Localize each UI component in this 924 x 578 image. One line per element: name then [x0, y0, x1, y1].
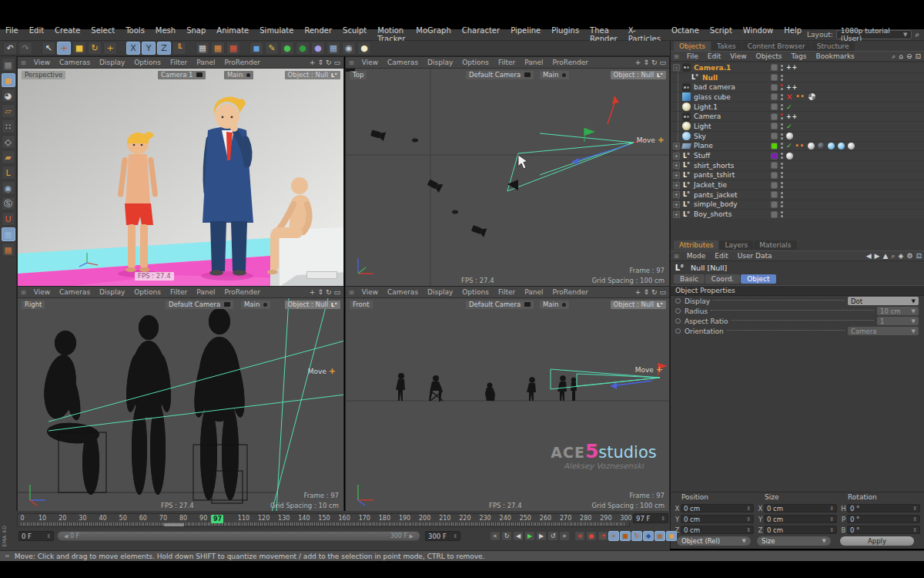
viewport-menu-item[interactable]: Display	[95, 288, 129, 296]
object-tree-item[interactable]: +L°shirt_shorts	[671, 161, 924, 171]
layer-chip[interactable]	[771, 191, 778, 198]
viewport-menu-item[interactable]: Cameras	[55, 59, 95, 66]
coord-system-icon[interactable]: ╙	[172, 42, 186, 55]
add-spline-icon[interactable]: ✎	[265, 42, 279, 55]
viewport-menu-item[interactable]: ProRender	[220, 59, 265, 66]
visibility-dots-icon[interactable]	[781, 192, 783, 198]
viewport-menu-item[interactable]: Panel	[520, 59, 547, 66]
object-tree-item[interactable]: bad camera+ +	[671, 82, 924, 92]
toggle-view-icon[interactable]: ▭	[659, 288, 666, 296]
object-manager-menu-item[interactable]: Bookmarks	[812, 52, 859, 60]
live-selection-icon[interactable]: ↖	[42, 42, 55, 55]
main-chip[interactable]: Main	[224, 71, 253, 79]
key-parameter-icon[interactable]: ◆	[643, 531, 654, 541]
viewport-menu-item[interactable]: View	[29, 59, 55, 66]
object-tree-item[interactable]: -Camera.1+ +	[671, 63, 924, 73]
layout-select[interactable]: 1080p tutorial (User) ▼	[836, 30, 912, 39]
object-tree-item[interactable]: +L°pants_jacket	[671, 190, 924, 200]
layer-chip[interactable]	[771, 103, 778, 110]
viewport-menu-item[interactable]: Filter	[166, 288, 192, 296]
render-settings-icon[interactable]: ▦	[226, 42, 240, 55]
expander-icon[interactable]: +	[673, 182, 680, 189]
apply-button[interactable]: Apply	[840, 536, 914, 546]
rotate-view-icon[interactable]: ↻	[326, 59, 332, 66]
workplane-mode-icon[interactable]: ▱	[2, 104, 15, 118]
viewport-name-chip[interactable]: Top	[350, 71, 367, 79]
viewport-right[interactable]: ⊞ ViewCamerasDisplayOptionsFilterPanelPr…	[17, 286, 344, 511]
play-reverse-icon[interactable]: ↻	[501, 531, 512, 541]
render-picture-viewer-icon[interactable]: ▦	[211, 42, 225, 55]
viewport-menu-item[interactable]: View	[29, 288, 55, 296]
viewport-name-chip[interactable]: Front	[350, 301, 373, 309]
object-manager-menu-item[interactable]: Objects	[752, 52, 787, 60]
object-tree-item[interactable]: +L°Boy_shorts	[671, 210, 924, 220]
object-tree-item[interactable]: +Plane✓••	[671, 142, 924, 152]
playhead[interactable]: 97	[211, 515, 223, 523]
material-tag-icon[interactable]	[808, 143, 815, 150]
visibility-dots-icon[interactable]	[781, 201, 783, 207]
layer-chip[interactable]	[771, 93, 778, 100]
add-mograph-icon[interactable]: ●	[296, 42, 310, 55]
material-tag-icon[interactable]	[786, 133, 793, 139]
expander-icon[interactable]: +	[673, 162, 680, 169]
add-deformer-icon[interactable]: ●	[311, 42, 325, 55]
expander-icon[interactable]: +	[673, 211, 680, 218]
enabled-check-icon[interactable]: ✓	[786, 103, 792, 111]
object-chip[interactable]: Object : NullL°	[285, 301, 340, 309]
expander-icon[interactable]: +	[673, 153, 680, 160]
lock-y-axis-icon[interactable]: Y	[142, 42, 156, 55]
viewport-menu-item[interactable]: Options	[457, 59, 494, 66]
axis-mode-icon[interactable]: L	[2, 166, 15, 180]
add-environment-icon[interactable]: ▦	[326, 42, 340, 55]
move-handle[interactable]: Move+	[637, 135, 665, 145]
section-tab[interactable]: Coord.	[705, 274, 740, 284]
viewport-menu-item[interactable]: ProRender	[220, 288, 265, 296]
add-light-icon[interactable]: ●	[357, 42, 371, 55]
visibility-dots-icon[interactable]	[781, 65, 783, 71]
viewport-menu-item[interactable]: Cameras	[55, 288, 95, 296]
move-handle[interactable]: Move+	[635, 365, 663, 375]
tab[interactable]: Content Browser	[742, 42, 811, 51]
rotation-field[interactable]: 0 °⇕	[847, 504, 920, 512]
object-tree-item[interactable]: +L°Stuff	[671, 151, 924, 161]
pan-view-icon[interactable]: +	[310, 288, 316, 296]
material-tag-icon[interactable]	[818, 143, 825, 150]
zoom-view-icon[interactable]: ⇕	[643, 59, 649, 66]
grid-handle-icon[interactable]: ⊞	[349, 289, 354, 296]
perspective-scene[interactable]: Perspective Camera 1 Main Object : NullL…	[18, 69, 343, 287]
material-tag-icon[interactable]	[838, 143, 845, 150]
record-objects-icon[interactable]: ⊗	[574, 531, 585, 541]
position-field[interactable]: 0 cm⇕	[681, 526, 754, 534]
right-scene[interactable]: #wirefigs{fill:#141414;} Right Default C…	[18, 298, 343, 512]
preview-range-slider[interactable]: ◀ 0 F 300 F ▶	[57, 531, 420, 541]
search-icon[interactable]: ⌕	[915, 30, 919, 39]
grid-handle-icon[interactable]: ⊞	[349, 59, 354, 66]
animation-dot-icon[interactable]	[675, 328, 681, 334]
polygons-mode-icon[interactable]: ▰	[2, 150, 15, 164]
layer-chip[interactable]	[771, 201, 778, 208]
object-tree-item[interactable]: +L°pants_tshirt	[671, 171, 924, 181]
add-camera-icon[interactable]: ◉	[342, 42, 356, 55]
goto-start-icon[interactable]: «	[490, 531, 500, 541]
object-tree-item[interactable]: Camera+ +	[671, 112, 924, 122]
disabled-x-icon[interactable]: ×	[786, 92, 792, 101]
panel-icon[interactable]: ⊡	[915, 52, 921, 61]
viewport-menu-item[interactable]: Options	[129, 288, 166, 296]
add-generator-icon[interactable]: ●	[280, 42, 294, 55]
rotate-view-icon[interactable]: ↻	[326, 288, 332, 296]
gear-icon[interactable]: ⚙	[906, 252, 912, 260]
position-field[interactable]: 0 cm⇕	[681, 515, 754, 523]
object-manager-menu-item[interactable]: View	[725, 52, 751, 60]
next-frame-icon[interactable]: ▶	[536, 531, 547, 541]
coord-size-select[interactable]: Size▼	[757, 536, 831, 546]
main-chip[interactable]: Main	[540, 301, 569, 309]
filter-icon[interactable]: ⊖	[906, 52, 912, 61]
rotation-field[interactable]: 0 °⇕	[847, 515, 920, 523]
size-field[interactable]: 0 cm⇕	[764, 515, 837, 523]
move-tool-icon[interactable]: +	[57, 42, 71, 55]
visibility-dots-icon[interactable]	[781, 113, 783, 119]
attribute-menu-item[interactable]: Mode	[682, 252, 711, 260]
material-tag-icon[interactable]	[848, 143, 855, 150]
expander-icon[interactable]: -	[673, 64, 680, 71]
zoom-view-icon[interactable]: ⇕	[317, 59, 323, 66]
